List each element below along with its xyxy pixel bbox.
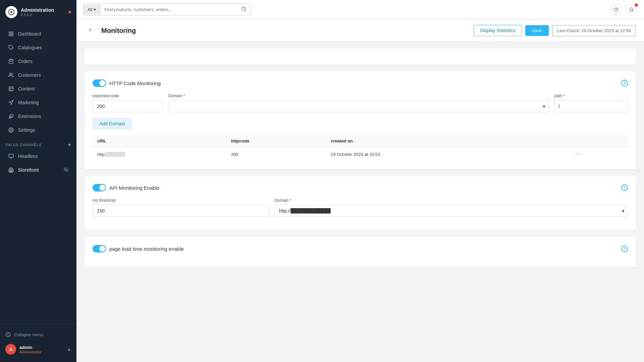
http-form-row: expected-code Domain * bbox=[93, 94, 628, 112]
cell-created-on: 19 October 2023 at 10:53 bbox=[326, 147, 537, 162]
api-domain-select-wrapper: http://████████████ bbox=[275, 205, 628, 217]
sidebar-label-storefront: Storefront bbox=[18, 167, 39, 173]
app-logo bbox=[5, 6, 17, 18]
cell-url: http: bbox=[93, 147, 226, 162]
domain-select-wrapper bbox=[168, 100, 549, 112]
sidebar-label-marketing: Marketing bbox=[18, 100, 39, 105]
api-domain-group: Domain * http://████████████ bbox=[275, 198, 628, 217]
sidebar-item-orders[interactable]: Orders bbox=[3, 55, 74, 68]
domain-select[interactable] bbox=[168, 100, 549, 112]
sales-channels-section: Sales Channels + bbox=[0, 137, 76, 149]
col-created-on: created on bbox=[326, 135, 537, 147]
gear-icon bbox=[8, 127, 14, 133]
puzzle-icon bbox=[8, 113, 14, 119]
last-check-badge: Last-Check: 19 October 2023 at 12:56 bbox=[552, 25, 636, 36]
main-area: All ▾ bbox=[76, 0, 644, 362]
api-monitoring-label: API Monitoring Enable bbox=[109, 185, 159, 191]
svg-rect-2 bbox=[11, 32, 13, 34]
sidebar-bottom: Collapse menu A admin Administrator ▲ bbox=[0, 324, 76, 362]
back-btn[interactable] bbox=[85, 25, 96, 36]
users-icon bbox=[8, 72, 14, 78]
sidebar-item-dashboard[interactable]: Dashboard bbox=[3, 27, 74, 41]
col-url: URL bbox=[93, 135, 226, 147]
expected-code-group: expected-code bbox=[93, 94, 163, 112]
user-menu-chevron[interactable]: ▲ bbox=[67, 347, 71, 352]
headless-icon bbox=[8, 153, 14, 159]
sidebar-item-content[interactable]: Content bbox=[3, 82, 74, 96]
page-load-section-header: page load time monitoring enable ? bbox=[93, 245, 628, 252]
megaphone-icon bbox=[8, 100, 14, 106]
table-row: http: 200 19 October 2023 at 10:53 ··· bbox=[93, 147, 628, 162]
expected-code-input[interactable] bbox=[93, 100, 163, 112]
search-input[interactable] bbox=[100, 4, 237, 15]
api-help-icon[interactable]: ? bbox=[621, 184, 628, 191]
http-help-icon[interactable]: ? bbox=[621, 80, 628, 86]
sidebar-nav: Dashboard Catalogues Orders bbox=[0, 24, 76, 324]
col-actions-1 bbox=[537, 135, 571, 147]
ms-threshold-input[interactable] bbox=[93, 205, 269, 217]
sidebar-item-extensions[interactable]: Extensions bbox=[3, 110, 74, 123]
display-stats-btn[interactable]: Display Statistics bbox=[474, 25, 522, 36]
user-role: Administrator bbox=[19, 350, 41, 354]
svg-point-13 bbox=[10, 129, 12, 131]
api-section-title-row: API Monitoring Enable bbox=[93, 184, 159, 191]
http-monitoring-toggle[interactable] bbox=[93, 79, 106, 87]
sidebar: Administration 6.5.6.0 Dashboard bbox=[0, 0, 76, 362]
svg-point-18 bbox=[6, 332, 10, 337]
save-btn[interactable]: save bbox=[525, 25, 549, 36]
add-sales-channel-btn[interactable]: + bbox=[68, 142, 71, 148]
page-header-actions: Display Statistics save Last-Check: 19 O… bbox=[474, 25, 636, 36]
path-input[interactable] bbox=[554, 100, 628, 112]
svg-rect-1 bbox=[9, 32, 11, 34]
add-domain-btn[interactable]: Add Domain bbox=[93, 118, 132, 130]
path-group: path * bbox=[554, 94, 628, 112]
app-version: 6.5.6.0 bbox=[21, 13, 54, 17]
api-domain-select[interactable]: http://████████████ bbox=[275, 205, 628, 217]
sidebar-item-headless[interactable]: Headless bbox=[3, 149, 74, 163]
svg-rect-3 bbox=[9, 34, 11, 36]
api-monitoring-card: API Monitoring Enable ? ms threshold Dom… bbox=[85, 176, 636, 230]
user-name: admin bbox=[19, 345, 41, 350]
cell-httpcode: 200 bbox=[226, 147, 326, 162]
sidebar-label-customers: Customers bbox=[18, 72, 41, 78]
cell-more-actions[interactable]: ··· bbox=[571, 147, 628, 162]
sidebar-label-extensions: Extensions bbox=[18, 114, 41, 119]
content-area: Monitoring Display Statistics save Last-… bbox=[76, 19, 644, 362]
api-monitoring-toggle[interactable] bbox=[93, 184, 106, 191]
page-load-help-icon[interactable]: ? bbox=[621, 245, 628, 252]
sidebar-label-settings: Settings bbox=[18, 127, 35, 133]
svg-rect-8 bbox=[9, 87, 13, 91]
sidebar-item-catalogues[interactable]: Catalogues bbox=[3, 41, 74, 54]
sidebar-item-storefront[interactable]: Storefront bbox=[3, 163, 74, 177]
api-domain-label: Domain * bbox=[275, 198, 628, 203]
page-title: Monitoring bbox=[101, 27, 136, 35]
domain-group: Domain * bbox=[168, 94, 549, 112]
user-section[interactable]: A admin Administrator ▲ bbox=[0, 341, 76, 358]
expected-code-label: expected-code bbox=[93, 94, 163, 98]
notifications-btn[interactable] bbox=[626, 4, 637, 15]
help-btn[interactable] bbox=[610, 4, 622, 15]
first-card-partial bbox=[85, 49, 636, 65]
sidebar-label-dashboard: Dashboard bbox=[18, 31, 41, 37]
sidebar-item-marketing[interactable]: Marketing bbox=[3, 96, 74, 109]
search-dropdown-btn[interactable]: All ▾ bbox=[84, 4, 100, 15]
table-header-row: URL httpcode created on bbox=[93, 135, 628, 147]
sidebar-item-customers[interactable]: Customers bbox=[3, 68, 74, 82]
sidebar-label-headless: Headless bbox=[18, 154, 38, 159]
row-actions-btn[interactable]: ··· bbox=[576, 151, 582, 157]
api-section-header: API Monitoring Enable ? bbox=[93, 184, 628, 191]
ms-threshold-label: ms threshold bbox=[93, 198, 269, 203]
search-submit-btn[interactable] bbox=[237, 4, 251, 15]
sidebar-item-settings[interactable]: Settings bbox=[3, 123, 74, 137]
page-load-section-title-row: page load time monitoring enable bbox=[93, 245, 184, 252]
sidebar-label-catalogues: Catalogues bbox=[18, 45, 42, 50]
grid-icon bbox=[8, 31, 14, 37]
page-load-monitoring-toggle[interactable] bbox=[93, 245, 106, 252]
api-form-row: ms threshold Domain * http://███████████… bbox=[93, 198, 628, 217]
collapse-menu-label: Collapse menu bbox=[14, 332, 43, 337]
collapse-menu-btn[interactable]: Collapse menu bbox=[0, 328, 76, 341]
topbar: All ▾ bbox=[76, 0, 644, 19]
storefront-visibility-icon[interactable] bbox=[64, 167, 68, 173]
domain-label: Domain * bbox=[168, 94, 549, 98]
shopping-bag-icon bbox=[8, 58, 14, 64]
